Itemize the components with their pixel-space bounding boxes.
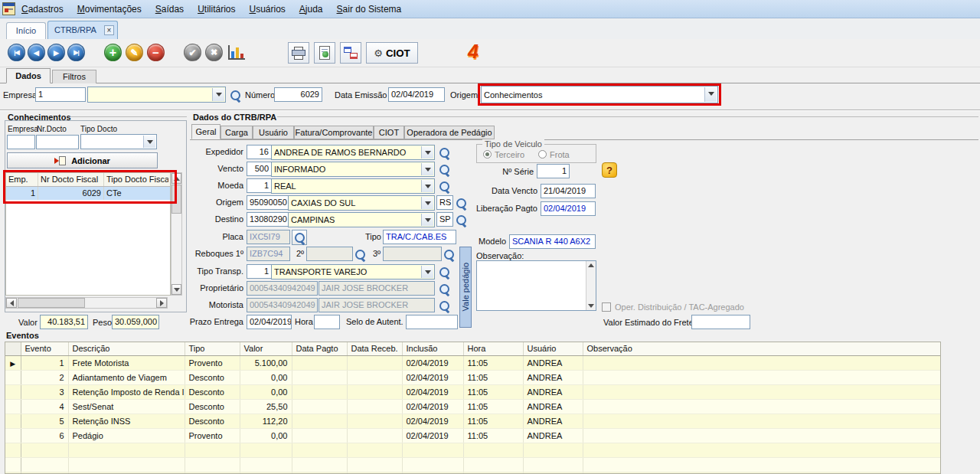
search-icon[interactable]: [443, 249, 455, 260]
tab-dados[interactable]: Dados: [6, 68, 51, 83]
cell-descricao[interactable]: Sest/Senat: [68, 399, 185, 414]
eventos-row[interactable]: 6 Pedágio Provento 0,00 02/04/2019 11:05…: [5, 428, 941, 443]
cell-valor[interactable]: 25,50: [240, 399, 292, 414]
cell-data-pagto[interactable]: [292, 428, 347, 443]
origem-code-field[interactable]: 95090050: [247, 195, 289, 210]
menu-item-sair[interactable]: Sair do Sistema: [337, 4, 402, 15]
print-button[interactable]: [288, 42, 309, 64]
nav-next-button[interactable]: ▶: [47, 44, 65, 61]
cell-data-pagto[interactable]: [292, 399, 347, 414]
dropdown-arrow-icon[interactable]: [421, 266, 433, 278]
origem-combo[interactable]: Conhecimentos: [481, 86, 718, 103]
menu-item-saidas[interactable]: Saídas: [155, 4, 184, 15]
destino-code-field[interactable]: 13080290: [247, 212, 289, 227]
cell-descricao[interactable]: Frete Motorista: [68, 355, 185, 370]
cell-tipo[interactable]: Provento: [185, 355, 240, 370]
eventos-row[interactable]: 5 Retenção INSS Desconto 112,20 02/04/20…: [5, 414, 941, 428]
cell-data-pagto[interactable]: [292, 355, 347, 370]
tab-usuario[interactable]: Usuário: [253, 126, 294, 139]
k-tipodocto-combo[interactable]: [80, 134, 157, 149]
selo-autent-field[interactable]: [406, 315, 458, 329]
cell-descricao[interactable]: Retenção INSS: [68, 414, 185, 428]
conhecimentos-vscrollbar[interactable]: [171, 172, 182, 296]
search-icon[interactable]: [439, 300, 450, 312]
search-icon[interactable]: [439, 147, 450, 159]
k-cell-nrdocto[interactable]: 6029: [38, 187, 104, 200]
nav-last-button[interactable]: ▶|: [67, 44, 85, 61]
expedidor-combo[interactable]: ANDREA DE RAMOS BERNARDO: [271, 145, 435, 160]
vscroll-thumb[interactable]: [172, 185, 181, 214]
cell-observacao[interactable]: [583, 370, 941, 384]
vencto-combo[interactable]: INFORMADO: [271, 162, 435, 177]
tab-vale-pedagio[interactable]: Vale pedágio: [459, 247, 472, 328]
cell-tipo[interactable]: Desconto: [185, 399, 240, 414]
cell-hora[interactable]: 11:05: [463, 355, 523, 370]
scroll-down-button[interactable]: [172, 284, 181, 295]
dropdown-arrow-icon[interactable]: [421, 163, 433, 175]
conhecimentos-grid-row[interactable]: 16029CTe: [6, 187, 170, 200]
cell-evento[interactable]: 4: [21, 399, 68, 414]
vencto-code-field[interactable]: 500: [247, 162, 272, 176]
k-nrdocto-field[interactable]: [36, 135, 79, 149]
cell-evento[interactable]: 2: [21, 370, 68, 384]
cell-evento[interactable]: 5: [21, 414, 68, 428]
nav-prev-button[interactable]: ◀: [28, 44, 45, 61]
conhecimentos-hscrollbar[interactable]: [5, 297, 168, 309]
cell-data-receb[interactable]: [347, 370, 402, 384]
search-icon[interactable]: [456, 214, 467, 226]
valor-estimado-field[interactable]: [691, 315, 750, 329]
tab-operadora-pedagio[interactable]: Operadora de Pedágio: [404, 126, 495, 139]
search-icon[interactable]: [354, 249, 366, 260]
cell-hora[interactable]: 11:05: [463, 370, 523, 384]
cell-inclusao[interactable]: 02/04/2019: [402, 355, 463, 370]
confirm-button[interactable]: ✔: [184, 44, 201, 61]
search-icon[interactable]: [439, 181, 450, 192]
search-icon[interactable]: [230, 90, 241, 101]
search-icon[interactable]: [439, 266, 450, 278]
cell-hora[interactable]: 11:05: [463, 384, 523, 399]
cell-observacao[interactable]: [583, 384, 941, 399]
hscroll-thumb[interactable]: [18, 298, 85, 308]
numero-field[interactable]: 6029: [274, 87, 322, 102]
cell-tipo[interactable]: Desconto: [185, 370, 240, 384]
tab-fatura-comprovante[interactable]: Fatura/Comprovante: [294, 126, 374, 139]
cell-observacao[interactable]: [583, 414, 941, 428]
tab-carga[interactable]: Carga: [220, 126, 253, 139]
cell-evento[interactable]: 3: [21, 384, 68, 399]
cell-data-pagto[interactable]: [292, 384, 347, 399]
cell-valor[interactable]: 112,20: [240, 414, 292, 428]
scroll-left-button[interactable]: [6, 298, 17, 308]
data-vencto-field[interactable]: 21/04/2019: [541, 184, 596, 198]
cell-evento[interactable]: 6: [21, 428, 68, 443]
delete-record-button[interactable]: −: [147, 44, 165, 61]
dropdown-arrow-icon[interactable]: [421, 146, 433, 159]
adicionar-button[interactable]: Adicionar: [7, 152, 158, 168]
eventos-row[interactable]: ▶ 1 Frete Motorista Provento 5.100,00 02…: [5, 355, 941, 370]
report-button[interactable]: [314, 42, 335, 64]
cell-usuario[interactable]: ANDREA: [523, 384, 583, 399]
eventos-row[interactable]: 4 Sest/Senat Desconto 25,50 02/04/2019 1…: [5, 399, 941, 414]
cell-valor[interactable]: 5.100,00: [240, 355, 292, 370]
cell-usuario[interactable]: ANDREA: [523, 399, 583, 414]
hora-field[interactable]: [314, 315, 340, 329]
menu-item-utilitarios[interactable]: Utilitários: [198, 4, 235, 15]
cell-usuario[interactable]: ANDREA: [523, 428, 583, 443]
menu-item-cadastros[interactable]: Cadastros: [21, 4, 64, 15]
expedidor-code-field[interactable]: 16: [247, 145, 272, 159]
cell-data-receb[interactable]: [347, 399, 402, 414]
placa-search-button[interactable]: [292, 230, 307, 245]
cell-inclusao[interactable]: 02/04/2019: [402, 414, 463, 428]
cell-usuario[interactable]: ANDREA: [523, 355, 583, 370]
tipo-transp-combo[interactable]: TRANSPORTE VAREJO: [271, 264, 435, 279]
cell-usuario[interactable]: ANDREA: [523, 370, 583, 384]
tipo-transp-code-field[interactable]: 1: [247, 264, 272, 279]
origem-cidade-combo[interactable]: CAXIAS DO SUL: [288, 195, 435, 211]
cell-hora[interactable]: 11:05: [463, 399, 523, 414]
cell-inclusao[interactable]: 02/04/2019: [402, 428, 463, 443]
k-cell-tipodocto[interactable]: CTe: [104, 187, 168, 200]
nav-first-button[interactable]: |◀: [8, 44, 25, 61]
tab-ciot[interactable]: CIOT: [374, 126, 404, 139]
cell-valor[interactable]: 0,00: [240, 384, 292, 399]
empresa-name-combo[interactable]: [87, 87, 226, 103]
data-emissao-field[interactable]: 02/04/2019: [388, 87, 445, 102]
